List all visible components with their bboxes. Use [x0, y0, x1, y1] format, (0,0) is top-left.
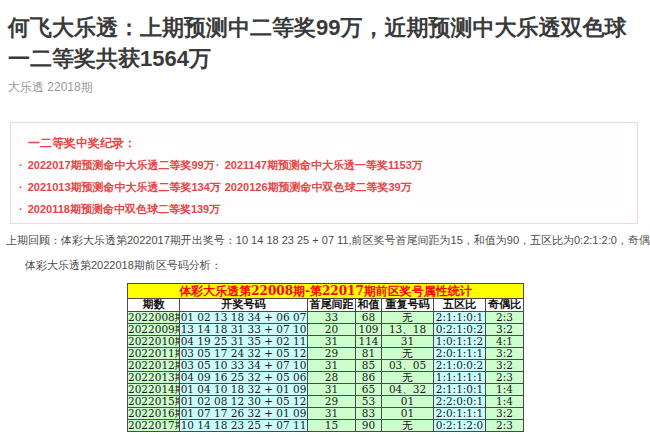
- table-cell: 109: [356, 324, 382, 336]
- table-cell: 2:1:1:0:1: [434, 312, 486, 324]
- record-item: ·2021147期预测命中大乐透一等奖1153万: [216, 154, 423, 176]
- table-row: 2022013期04 09 16 25 32 + 05 062886无1:1:1…: [128, 372, 524, 384]
- table-cell: 3:2: [486, 324, 524, 336]
- table-cell: 03 05 10 33 34 + 07 10: [180, 360, 308, 372]
- article-meta: 大乐透 22018期: [8, 79, 93, 96]
- record-item-text: 2021013期预测命中大乐透二等奖134万: [28, 181, 221, 193]
- table-cell: 2:3: [486, 420, 524, 432]
- table-cell: 33: [308, 312, 356, 324]
- table-cell: 3:2: [486, 360, 524, 372]
- table-cell: 29: [308, 348, 356, 360]
- table-row: 2022008期01 02 13 18 34 + 06 073368无2:1:1…: [128, 312, 524, 324]
- table-cell: 4:1: [486, 336, 524, 348]
- table-cell: 01 02 13 18 34 + 06 07: [180, 312, 308, 324]
- table-cell: 83: [356, 408, 382, 420]
- table-cell: 03、05: [382, 360, 434, 372]
- column-header-repeats: 重复号码: [382, 299, 434, 312]
- table-cell: 2022014期: [128, 384, 180, 396]
- record-item: ·2022017期预测命中大乐透二等奖99万: [19, 154, 221, 176]
- table-cell: 13 14 18 31 33 + 07 10: [180, 324, 308, 336]
- table-cell: 2:1:0:0:2: [434, 360, 486, 372]
- column-header-issue: 期数: [128, 299, 180, 312]
- table-cell: 03 05 17 24 32 + 05 12: [180, 348, 308, 360]
- record-item-text: 2020126期预测命中双色球二等奖39万: [225, 181, 412, 193]
- page-title: 何飞大乐透：上期预测中二等奖99万，近期预测中大乐透双色球一二等奖共获1564万: [8, 12, 646, 74]
- table-header-row: 期数 开奖号码 首尾间距 和值 重复号码 五区比 奇偶比: [128, 299, 524, 312]
- records-heading: 一二等奖中奖纪录：: [28, 135, 136, 152]
- table-cell: 1:1:1:1:1: [434, 372, 486, 384]
- table-row: 2022014期01 04 10 18 32 + 01 09316504、322…: [128, 384, 524, 396]
- table-cell: 3:2: [486, 348, 524, 360]
- analysis-intro: 体彩大乐透第2022018期前区号码分析：: [25, 258, 222, 273]
- table-title: 体彩大乐透第22008期-第22017期前区奖号属性统计: [128, 284, 524, 299]
- table-cell: 2022016期: [128, 408, 180, 420]
- bullet-marker: ·: [19, 203, 23, 215]
- table-cell: 2022015期: [128, 396, 180, 408]
- table-cell: 2:0:1:1:1: [434, 408, 486, 420]
- table-cell: 15: [308, 420, 356, 432]
- prize-records-box: 一二等奖中奖纪录： ·2022017期预测命中大乐透二等奖99万·2021013…: [10, 122, 638, 224]
- record-item: ·2020126期预测命中双色球二等奖39万: [216, 176, 423, 198]
- table-row: 2022011期03 05 17 24 32 + 05 122981无2:0:1…: [128, 348, 524, 360]
- record-item: ·2020118期预测命中双色球二等奖139万: [19, 198, 221, 220]
- table-cell: 3:2: [486, 408, 524, 420]
- table-row: 2022010期04 19 25 31 35 + 02 1131114311:0…: [128, 336, 524, 348]
- table-cell: 04、32: [382, 384, 434, 396]
- table-cell: 28: [308, 372, 356, 384]
- records-list-left: ·2022017期预测命中大乐透二等奖99万·2021013期预测命中大乐透二等…: [19, 154, 221, 220]
- table-cell: 2022011期: [128, 348, 180, 360]
- table-cell: 04 19 25 31 35 + 02 11: [180, 336, 308, 348]
- table-cell: 无: [382, 312, 434, 324]
- column-header-zone-ratio: 五区比: [434, 299, 486, 312]
- column-header-sum: 和值: [356, 299, 382, 312]
- table-row: 2022009期13 14 18 31 33 + 07 102010913、18…: [128, 324, 524, 336]
- column-header-span: 首尾间距: [308, 299, 356, 312]
- bullet-marker: ·: [19, 181, 23, 193]
- table-cell: 90: [356, 420, 382, 432]
- table-title-row: 体彩大乐透第22008期-第22017期前区奖号属性统计: [128, 284, 524, 299]
- table-cell: 2022013期: [128, 372, 180, 384]
- table-cell: 2:3: [486, 312, 524, 324]
- table-cell: 53: [356, 396, 382, 408]
- records-list-right: ·2021147期预测命中大乐透一等奖1153万·2020126期预测命中双色球…: [216, 154, 423, 198]
- table-cell: 01: [382, 396, 434, 408]
- table-cell: 01 02 08 12 30 + 05 12: [180, 396, 308, 408]
- lottery-stats-table: 体彩大乐透第22008期-第22017期前区奖号属性统计 期数 开奖号码 首尾间…: [127, 283, 524, 432]
- table-cell: 31: [308, 384, 356, 396]
- table-cell: 31: [382, 336, 434, 348]
- table-row: 2022016期01 07 17 26 32 + 01 093183012:0:…: [128, 408, 524, 420]
- table-cell: 2022009期: [128, 324, 180, 336]
- column-header-oddeven: 奇偶比: [486, 299, 524, 312]
- previous-draw-review: 上期回顾：体彩大乐透第2022017期开出奖号：10 14 18 23 25 +…: [6, 233, 650, 248]
- table-cell: 1:4: [486, 396, 524, 408]
- record-item-text: 2022017期预测命中大乐透二等奖99万: [28, 159, 215, 171]
- record-item-text: 2020118期预测命中双色球二等奖139万: [28, 203, 221, 215]
- table-cell: 2:2:0:0:1: [434, 396, 486, 408]
- table-cell: 0:2:1:0:2: [434, 324, 486, 336]
- table-cell: 10 14 18 23 25 + 07 11: [180, 420, 308, 432]
- table-cell: 0:2:1:2:0: [434, 420, 486, 432]
- table-cell: 68: [356, 312, 382, 324]
- table-cell: 13、18: [382, 324, 434, 336]
- bullet-marker: ·: [216, 159, 220, 171]
- table-cell: 85: [356, 360, 382, 372]
- table-cell: 31: [308, 408, 356, 420]
- bullet-marker: ·: [19, 159, 23, 171]
- table-cell: 无: [382, 420, 434, 432]
- table-cell: 04 09 16 25 32 + 05 06: [180, 372, 308, 384]
- table-cell: 2:0:1:1:1: [434, 348, 486, 360]
- table-cell: 31: [308, 336, 356, 348]
- table-cell: 2:1:1:0:1: [434, 384, 486, 396]
- table-cell: 2022008期: [128, 312, 180, 324]
- bullet-marker: ·: [216, 181, 220, 193]
- table-row: 2022012期03 05 10 33 34 + 07 10318503、052…: [128, 360, 524, 372]
- article-page: 何飞大乐透：上期预测中二等奖99万，近期预测中大乐透双色球一二等奖共获1564万…: [0, 0, 650, 443]
- record-item-text: 2021147期预测命中大乐透一等奖1153万: [225, 159, 423, 171]
- table-cell: 无: [382, 372, 434, 384]
- table-cell: 2022017期: [128, 420, 180, 432]
- table-cell: 2022012期: [128, 360, 180, 372]
- stats-table-body: 2022008期01 02 13 18 34 + 06 073368无2:1:1…: [128, 312, 524, 432]
- table-cell: 1:0:1:1:2: [434, 336, 486, 348]
- table-cell: 01 07 17 26 32 + 01 09: [180, 408, 308, 420]
- column-header-numbers: 开奖号码: [180, 299, 308, 312]
